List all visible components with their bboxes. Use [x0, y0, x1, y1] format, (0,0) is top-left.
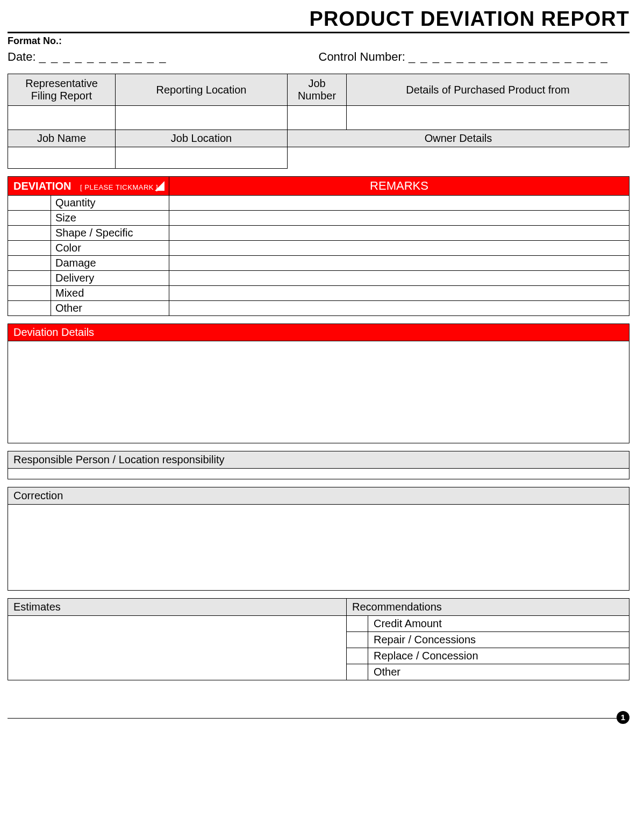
deviation-row: Mixed [8, 286, 629, 301]
control-number-blank[interactable]: _ _ _ _ _ _ _ _ _ _ _ _ _ _ _ _ _ [409, 50, 609, 63]
page-footer: 1 [8, 718, 629, 734]
deviation-row: Shape / Specific [8, 226, 629, 241]
deviation-remark[interactable] [169, 301, 629, 316]
purchased-from-header: Details of Purchased Product from [347, 74, 629, 106]
deviation-header: DEVIATION [ PLEASE TICKMARK ] [8, 177, 169, 196]
deviation-checkbox[interactable] [8, 241, 51, 256]
owner-details-value[interactable] [288, 147, 629, 169]
deviation-label: Size [51, 211, 169, 226]
deviation-remark[interactable] [169, 211, 629, 226]
deviation-label: Delivery [51, 271, 169, 286]
control-number-label: Control Number: [319, 50, 405, 63]
deviation-remark[interactable] [169, 226, 629, 241]
deviation-row: Other [8, 301, 629, 316]
rep-filing-header: Representative Filing Report [8, 74, 116, 106]
responsible-section: Responsible Person / Location responsibi… [8, 451, 629, 479]
deviation-checkbox[interactable] [8, 271, 51, 286]
rep-filing-value[interactable] [8, 106, 116, 131]
recommendation-checkbox[interactable] [347, 648, 368, 664]
estimates-body[interactable] [8, 616, 347, 680]
deviation-checkbox[interactable] [8, 196, 51, 211]
job-name-value[interactable] [8, 147, 116, 169]
reporting-location-header: Reporting Location [116, 74, 288, 106]
deviation-label: Mixed [51, 286, 169, 301]
deviation-header-text: DEVIATION [13, 180, 71, 192]
date-blank[interactable]: _ _ _ _ _ _ _ _ _ _ _ [39, 50, 167, 63]
deviation-row: Delivery [8, 271, 629, 286]
deviation-label: Shape / Specific [51, 226, 169, 241]
deviation-row: Quantity [8, 196, 629, 211]
triangle-icon [155, 181, 164, 191]
recommendation-checkbox[interactable] [347, 616, 368, 632]
recommendation-label: Repair / Concessions [368, 632, 629, 648]
estimates-table: Estimates Recommendations Credit AmountR… [8, 598, 629, 680]
recommendation-label: Credit Amount [368, 616, 629, 632]
remarks-header: REMARKS [169, 177, 629, 196]
info-table-2b: Job Name Job Location Owner Details [8, 130, 629, 169]
deviation-row: Color [8, 241, 629, 256]
job-location-header: Job Location [116, 130, 288, 147]
deviation-row: Size [8, 211, 629, 226]
recommendations-header: Recommendations [347, 599, 629, 616]
info-table-1: Representative Filing Report Reporting L… [8, 74, 629, 131]
deviation-table: DEVIATION [ PLEASE TICKMARK ] REMARKS Qu… [8, 176, 629, 316]
deviation-details-body[interactable] [8, 341, 629, 443]
job-number-value[interactable] [288, 106, 347, 131]
deviation-details-header: Deviation Details [8, 324, 629, 341]
deviation-remark[interactable] [169, 256, 629, 271]
reporting-location-value[interactable] [116, 106, 288, 131]
recommendation-label: Replace / Concession [368, 648, 629, 664]
deviation-details-section: Deviation Details [8, 324, 629, 443]
divider [8, 32, 629, 33]
deviation-row: Damage [8, 256, 629, 271]
deviation-checkbox[interactable] [8, 286, 51, 301]
deviation-checkbox[interactable] [8, 256, 51, 271]
job-location-value[interactable] [116, 147, 288, 169]
responsible-header: Responsible Person / Location responsibi… [8, 451, 629, 469]
recommendation-label: Other [368, 664, 629, 680]
deviation-label: Damage [51, 256, 169, 271]
recommendation-checkbox[interactable] [347, 632, 368, 648]
owner-details-header: Owner Details [288, 130, 629, 147]
recommendation-checkbox[interactable] [347, 664, 368, 680]
responsible-body[interactable] [8, 469, 629, 479]
recommendation-row: Credit Amount [8, 616, 629, 632]
format-number-label: Format No.: [8, 35, 629, 47]
deviation-checkbox[interactable] [8, 226, 51, 241]
page-number: 1 [617, 711, 629, 724]
correction-body[interactable] [8, 505, 629, 591]
job-name-header: Job Name [8, 130, 116, 147]
correction-header: Correction [8, 487, 629, 505]
page-title: PRODUCT DEVIATION REPORT [8, 8, 629, 31]
tickmark-hint: [ PLEASE TICKMARK ] [80, 183, 158, 191]
deviation-checkbox[interactable] [8, 301, 51, 316]
deviation-remark[interactable] [169, 241, 629, 256]
correction-section: Correction [8, 487, 629, 591]
deviation-label: Color [51, 241, 169, 256]
estimates-header: Estimates [8, 599, 347, 616]
deviation-label: Quantity [51, 196, 169, 211]
deviation-checkbox[interactable] [8, 211, 51, 226]
deviation-remark[interactable] [169, 271, 629, 286]
date-label: Date: [8, 50, 36, 63]
deviation-remark[interactable] [169, 286, 629, 301]
purchased-from-value[interactable] [347, 106, 629, 131]
meta-row: Date: _ _ _ _ _ _ _ _ _ _ _ Control Numb… [8, 50, 629, 64]
deviation-label: Other [51, 301, 169, 316]
job-number-header: Job Number [288, 74, 347, 106]
deviation-remark[interactable] [169, 196, 629, 211]
